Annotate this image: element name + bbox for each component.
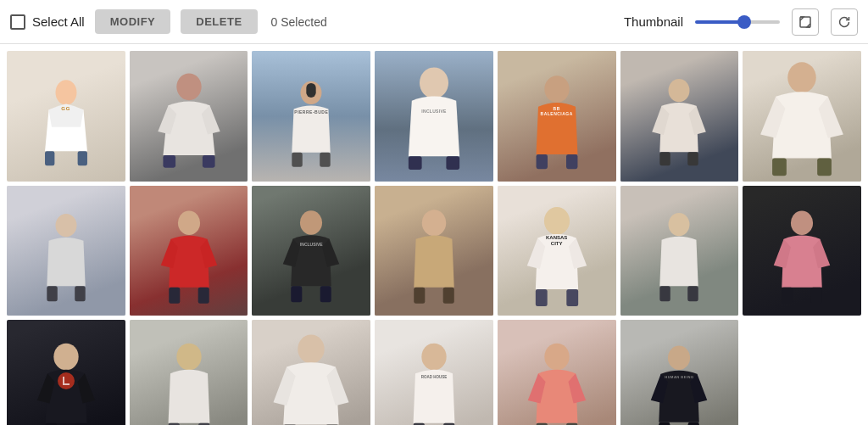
svg-rect-8 xyxy=(307,83,316,98)
svg-rect-60 xyxy=(659,422,670,425)
thumbnail-r3c6[interactable]: HUMAN BEING xyxy=(620,320,739,425)
slider-wrapper[interactable] xyxy=(695,20,780,24)
svg-point-20 xyxy=(787,62,816,92)
svg-rect-21 xyxy=(772,158,787,176)
svg-point-44 xyxy=(53,343,78,370)
svg-rect-5 xyxy=(163,155,175,168)
thumbnail-r2c6[interactable] xyxy=(620,186,739,316)
svg-rect-31 xyxy=(320,286,331,302)
svg-point-56 xyxy=(544,343,569,370)
toolbar: Select All MODIFY DELETE 0 Selected Thum… xyxy=(0,0,868,44)
thumbnail-r3c3[interactable] xyxy=(252,320,370,425)
svg-rect-16 xyxy=(566,154,577,169)
svg-rect-9 xyxy=(292,153,303,167)
svg-point-47 xyxy=(176,343,201,370)
thumbnail-r2c4[interactable] xyxy=(375,186,493,316)
svg-rect-40 xyxy=(688,286,698,301)
delete-button[interactable]: DELETE xyxy=(181,9,257,34)
svg-rect-28 xyxy=(198,288,209,304)
refresh-icon-button[interactable] xyxy=(831,8,858,36)
svg-rect-39 xyxy=(660,286,670,301)
svg-rect-43 xyxy=(811,288,822,304)
svg-point-32 xyxy=(422,210,446,236)
svg-rect-36 xyxy=(536,289,548,306)
thumbnail-r3c1[interactable] xyxy=(7,320,125,425)
select-all-wrapper[interactable]: Select All xyxy=(10,14,85,30)
svg-point-29 xyxy=(300,210,322,235)
svg-point-35 xyxy=(544,207,570,235)
selected-count: 0 Selected xyxy=(271,15,327,29)
image-grid: GG PIERRE-BUDE xyxy=(0,44,868,425)
modify-button[interactable]: MODIFY xyxy=(95,9,171,34)
shirt-text-r1c4: INCLUSIVE xyxy=(421,109,446,114)
svg-point-50 xyxy=(298,335,325,364)
svg-rect-30 xyxy=(292,286,303,302)
svg-rect-3 xyxy=(77,152,86,166)
svg-rect-24 xyxy=(47,286,57,301)
svg-rect-12 xyxy=(409,156,422,170)
svg-point-59 xyxy=(668,345,690,370)
empty-cell xyxy=(743,320,861,425)
thumbnail-label: Thumbnail xyxy=(624,14,683,29)
shirt-text-r3c6: HUMAN BEING xyxy=(665,375,693,379)
svg-point-1 xyxy=(55,81,76,106)
svg-rect-61 xyxy=(688,422,699,425)
svg-rect-10 xyxy=(320,153,330,167)
thumbnail-r2c1[interactable] xyxy=(7,186,125,316)
thumbnail-r1c7[interactable] xyxy=(743,51,861,182)
svg-point-41 xyxy=(791,211,813,235)
svg-point-14 xyxy=(544,76,569,103)
thumbnail-r1c2[interactable] xyxy=(130,51,248,182)
svg-point-26 xyxy=(178,211,200,236)
svg-rect-25 xyxy=(75,286,85,301)
thumbnail-r1c6[interactable] xyxy=(620,51,739,182)
shirt-graphic-r3c1 xyxy=(58,372,75,389)
toolbar-right: Thumbnail xyxy=(624,8,858,36)
thumbnail-r1c1[interactable]: GG xyxy=(7,51,125,182)
thumbnail-r2c7[interactable] xyxy=(743,186,861,316)
shirt-text-r1c5: BBBALENCIAGA xyxy=(541,106,573,116)
svg-rect-6 xyxy=(202,155,214,168)
svg-rect-15 xyxy=(536,154,547,169)
thumbnail-r3c5[interactable] xyxy=(498,320,616,425)
expand-icon xyxy=(798,15,812,29)
select-all-label: Select All xyxy=(32,14,85,29)
svg-point-17 xyxy=(669,79,690,102)
svg-point-23 xyxy=(55,214,76,237)
select-all-checkbox[interactable] xyxy=(10,14,25,30)
thumbnail-r3c2[interactable] xyxy=(130,320,248,425)
shirt-text-r2c3: INCLUSIVE xyxy=(300,242,323,247)
svg-rect-13 xyxy=(446,156,459,170)
expand-icon-button[interactable] xyxy=(792,8,819,36)
thumbnail-r2c2[interactable] xyxy=(130,186,248,316)
shirt-text-r2c5: KANSASCITY xyxy=(546,235,567,246)
shirt-text-r1c3: PIERRE-BUDE xyxy=(294,109,328,115)
svg-rect-42 xyxy=(782,288,793,304)
shirt-text-r3c4: ROAD HOUSE xyxy=(421,375,448,379)
refresh-icon xyxy=(837,15,851,29)
svg-rect-22 xyxy=(817,158,832,176)
svg-rect-37 xyxy=(566,289,578,306)
thumbnail-size-slider[interactable] xyxy=(695,20,780,24)
thumbnail-r2c3[interactable]: INCLUSIVE xyxy=(252,186,370,316)
svg-point-11 xyxy=(420,67,448,98)
svg-rect-27 xyxy=(169,288,180,304)
svg-rect-33 xyxy=(414,288,425,304)
thumbnail-r3c4[interactable]: ROAD HOUSE xyxy=(375,320,493,425)
thumbnail-r2c5[interactable]: KANSASCITY xyxy=(498,186,616,316)
svg-rect-2 xyxy=(45,152,54,166)
svg-point-38 xyxy=(669,213,690,236)
svg-rect-19 xyxy=(688,153,698,166)
svg-point-4 xyxy=(176,74,201,101)
svg-rect-34 xyxy=(443,288,454,304)
shirt-logo-r1c1: GG xyxy=(61,106,70,111)
thumbnail-r1c5[interactable]: BBBALENCIAGA xyxy=(498,51,616,182)
svg-rect-18 xyxy=(660,153,670,166)
thumbnail-r1c4[interactable]: INCLUSIVE xyxy=(375,51,493,182)
thumbnail-r1c3[interactable]: PIERRE-BUDE xyxy=(252,51,370,182)
svg-point-53 xyxy=(421,343,446,370)
